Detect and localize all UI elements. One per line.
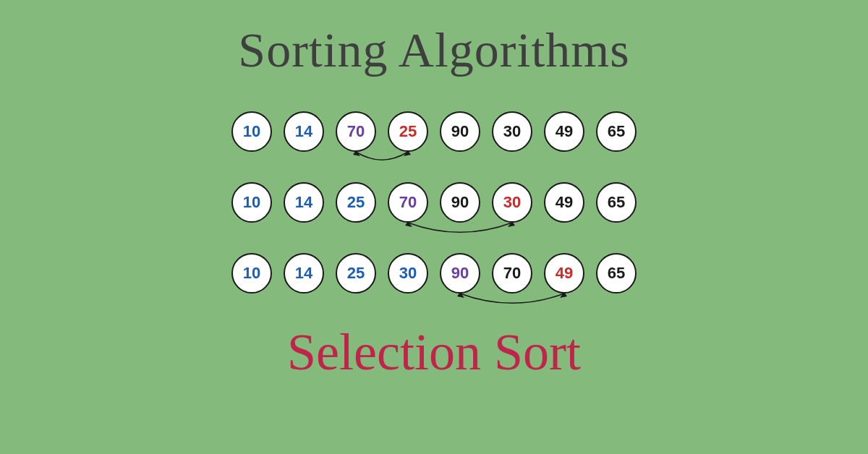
array-cell: 25 [388, 111, 428, 152]
sort-row-2: 1014257090304965 [231, 182, 637, 223]
array-cell: 49 [544, 111, 584, 152]
array-cell: 49 [544, 182, 584, 223]
sort-row-3: 1014253090704965 [231, 253, 637, 294]
array-cell: 90 [440, 182, 480, 223]
swap-arrow-icon [349, 149, 415, 178]
array-cell: 30 [388, 253, 428, 294]
array-cell: 25 [336, 182, 376, 223]
array-cell: 10 [231, 111, 272, 152]
page-subtitle: Selection Sort [287, 322, 581, 382]
swap-arrow-icon [401, 220, 519, 252]
array-cell: 14 [284, 253, 324, 294]
array-cell: 90 [440, 111, 480, 152]
array-cell: 70 [388, 182, 428, 223]
array-cell: 65 [596, 253, 637, 294]
array-cell: 30 [492, 182, 532, 223]
array-cell: 14 [284, 111, 324, 152]
array-cell: 30 [492, 111, 532, 152]
diagram-rows: 1014702590304965 1014257090304965 101425… [231, 111, 637, 294]
array-cell: 10 [231, 182, 272, 223]
array-cell: 14 [284, 182, 324, 223]
array-cell: 65 [596, 182, 637, 223]
array-cell: 49 [544, 253, 584, 294]
array-cell: 25 [336, 253, 376, 294]
array-cell: 10 [231, 253, 272, 294]
swap-arrow-icon [453, 291, 571, 323]
array-cell: 65 [596, 111, 637, 152]
array-cell: 70 [336, 111, 376, 152]
array-cell: 70 [492, 253, 532, 294]
page-title: Sorting Algorithms [238, 22, 629, 79]
array-cell: 90 [440, 253, 480, 294]
sort-row-1: 1014702590304965 [231, 111, 637, 152]
